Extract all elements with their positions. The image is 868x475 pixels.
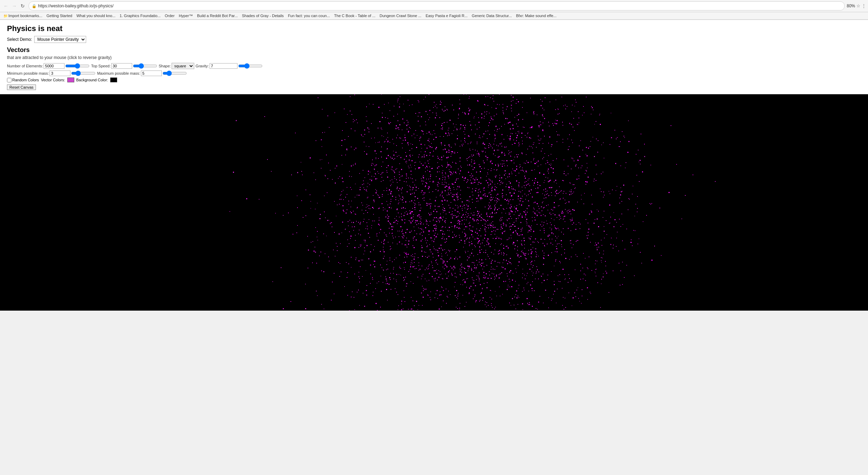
vector-color-swatch[interactable] xyxy=(67,77,74,82)
bookmark-10[interactable]: Dungeon Crawl Stone ... xyxy=(378,13,423,18)
address-bar[interactable]: 🔒 https://weston-bailey.github.io/js-phy… xyxy=(29,1,845,10)
min-mass-input[interactable] xyxy=(50,70,70,76)
num-elements-slider[interactable] xyxy=(65,63,90,69)
gravity-input[interactable] xyxy=(210,63,237,69)
top-speed-group: Top Speed: xyxy=(91,63,157,69)
bookmark-3[interactable]: 1. Graphics Foundatio... xyxy=(118,13,162,18)
bookmarks-bar: 📁 Import bookmarks... Getting Started Wh… xyxy=(0,12,868,20)
browser-actions: 80% ☆ ⋮ xyxy=(847,3,866,8)
top-speed-slider[interactable] xyxy=(133,63,157,69)
top-speed-label: Top Speed: xyxy=(91,64,111,68)
max-mass-input[interactable] xyxy=(141,70,162,76)
controls-row-1: Number of Elements: Top Speed: Shape: sq… xyxy=(7,63,861,69)
bg-color-swatch[interactable] xyxy=(110,77,117,82)
forward-button[interactable]: → xyxy=(10,2,18,10)
bg-color-label: Background Color: xyxy=(76,78,108,82)
bookmark-13[interactable]: Bfxr: Make sound effe... xyxy=(515,13,558,18)
max-mass-label: Maximum possible mass: xyxy=(97,71,140,75)
min-mass-label: Minimum possible mass: xyxy=(7,71,49,75)
num-elements-input[interactable] xyxy=(44,63,65,69)
canvas-wrapper xyxy=(0,94,868,311)
select-demo-row: Select Demo: Mouse Pointer Gravity Bounc… xyxy=(7,36,861,43)
bookmark-8[interactable]: Fun fact: you can coun... xyxy=(287,13,331,18)
bookmark-9[interactable]: The C Book - Table of ... xyxy=(333,13,377,18)
shape-select[interactable]: square circle triangle xyxy=(172,63,194,69)
gravity-label: Gravity: xyxy=(196,64,209,68)
color-controls-row: Random Colors Vector Colors: Background … xyxy=(7,77,861,82)
shape-label: Shape: xyxy=(159,64,171,68)
bookmark-11[interactable]: Easy Pasta e Fagioli R... xyxy=(424,13,469,18)
reload-button[interactable]: ↻ xyxy=(19,2,27,10)
max-mass-slider[interactable] xyxy=(163,70,187,76)
nav-buttons: ← → ↻ xyxy=(2,2,27,10)
num-elements-label: Number of Elements: xyxy=(7,64,43,68)
lock-icon: 🔒 xyxy=(32,4,37,8)
random-colors-checkbox[interactable] xyxy=(7,78,12,82)
bookmark-5[interactable]: Hyper™ xyxy=(178,13,194,18)
bookmark-6[interactable]: Build a Reddit Bot Par... xyxy=(196,13,239,18)
min-mass-group: Minimum possible mass: xyxy=(7,70,96,76)
vector-colors-label: Vector Colors: xyxy=(41,78,65,82)
random-colors-label[interactable]: Random Colors xyxy=(7,78,39,82)
select-demo-label: Select Demo: xyxy=(7,37,32,42)
page-title: Physics is neat xyxy=(7,24,861,33)
bookmark-12[interactable]: Generic Data Structur... xyxy=(470,13,513,18)
bookmark-7[interactable]: Shades of Gray - Details xyxy=(241,13,285,18)
demo-select[interactable]: Mouse Pointer Gravity Bouncing Balls Flo… xyxy=(34,36,86,43)
shape-group: Shape: square circle triangle xyxy=(159,63,194,69)
physics-canvas[interactable] xyxy=(0,94,854,311)
bookmark-0[interactable]: 📁 Import bookmarks... xyxy=(2,13,44,18)
bookmark-1[interactable]: Getting Started xyxy=(45,13,74,18)
bookmark-4[interactable]: Order xyxy=(164,13,176,18)
menu-icon[interactable]: ⋮ xyxy=(862,3,866,8)
controls-row-2: Minimum possible mass: Maximum possible … xyxy=(7,70,861,76)
num-elements-group: Number of Elements: xyxy=(7,63,90,69)
back-button[interactable]: ← xyxy=(2,2,10,10)
top-speed-input[interactable] xyxy=(111,63,132,69)
star-icon[interactable]: ☆ xyxy=(856,3,860,8)
browser-chrome: ← → ↻ 🔒 https://weston-bailey.github.io/… xyxy=(0,0,868,20)
url-text: https://weston-bailey.github.io/js-physi… xyxy=(38,3,841,8)
bookmark-2[interactable]: What you should kno... xyxy=(75,13,117,18)
gravity-slider[interactable] xyxy=(238,63,263,69)
max-mass-group: Maximum possible mass: xyxy=(97,70,187,76)
gravity-group: Gravity: xyxy=(196,63,263,69)
browser-toolbar: ← → ↻ 🔒 https://weston-bailey.github.io/… xyxy=(0,0,868,12)
bookmark-icon-0: 📁 xyxy=(3,14,8,18)
zoom-level: 80% xyxy=(847,3,855,8)
subtitle: that are attracted to your mouse (click … xyxy=(7,55,861,60)
min-mass-slider[interactable] xyxy=(71,70,96,76)
page-content: Physics is neat Select Demo: Mouse Point… xyxy=(0,20,868,94)
section-title: Vectors xyxy=(7,46,861,54)
reset-canvas-button[interactable]: Reset Canvas xyxy=(7,84,36,90)
